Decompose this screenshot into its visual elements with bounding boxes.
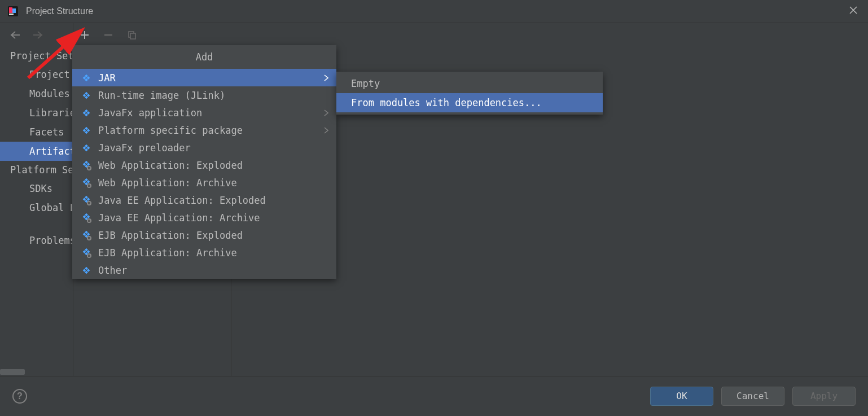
svg-rect-58 (83, 250, 86, 253)
copy-icon[interactable] (126, 29, 138, 41)
svg-rect-52 (83, 233, 86, 236)
svg-rect-44 (85, 213, 88, 216)
popup-item-javafx-application[interactable]: JavaFx application (72, 104, 336, 121)
svg-rect-61 (88, 255, 90, 257)
artifact-type-icon (80, 229, 93, 242)
svg-rect-38 (85, 195, 88, 199)
svg-rect-13 (85, 95, 88, 99)
svg-rect-65 (85, 270, 88, 274)
sidebar-item-artifacts[interactable]: Artifacts (0, 142, 73, 161)
svg-rect-46 (83, 215, 86, 218)
popup-item-label: Run-time image (JLink) (98, 90, 225, 101)
artifact-type-icon (80, 159, 93, 172)
svg-rect-18 (85, 126, 88, 130)
submenu-item-from-modules-with-dependencies-[interactable]: From modules with dependencies... (336, 93, 603, 112)
artifact-type-icon (80, 212, 93, 224)
add-icon[interactable] (79, 29, 90, 41)
close-icon[interactable] (849, 6, 858, 15)
sidebar-item-modules[interactable]: Modules (0, 84, 73, 103)
submenu-item-label: From modules with dependencies... (351, 97, 542, 108)
svg-rect-3 (9, 14, 14, 15)
svg-rect-15 (87, 111, 90, 115)
svg-rect-7 (87, 76, 90, 80)
artifact-type-icon (80, 142, 93, 154)
popup-item-label: Java EE Application: Exploded (98, 195, 266, 206)
artifact-type-icon (80, 107, 93, 119)
popup-item-label: JavaFx application (98, 107, 202, 119)
remove-icon[interactable] (103, 29, 114, 41)
svg-rect-11 (87, 94, 90, 97)
sidebar-item-facets[interactable]: Facets (0, 122, 73, 142)
sidebar-item-sdks[interactable]: SDKs (0, 179, 73, 198)
popup-item-jar[interactable]: JAR (72, 69, 336, 86)
svg-rect-19 (87, 129, 90, 132)
svg-rect-40 (83, 198, 86, 201)
svg-rect-2 (12, 8, 16, 13)
popup-title: Add (72, 45, 336, 69)
svg-rect-9 (85, 78, 88, 81)
svg-rect-39 (87, 198, 90, 201)
popup-item-ejb-application-exploded[interactable]: EJB Application: Exploded (72, 226, 336, 244)
forward-icon[interactable] (33, 29, 43, 42)
footer: ? OK Cancel Apply (0, 376, 868, 415)
popup-item-web-application-archive[interactable]: Web Application: Archive (72, 174, 336, 191)
popup-item-other[interactable]: Other (72, 261, 336, 279)
svg-rect-51 (87, 233, 90, 236)
sidebar-item-global-libraries[interactable]: Global Libraries (0, 198, 73, 217)
svg-rect-62 (85, 266, 88, 270)
popup-item-javafx-preloader[interactable]: JavaFx preloader (72, 139, 336, 156)
popup-item-platform-specific-package[interactable]: Platform specific package (72, 121, 336, 139)
sidebar-item-libraries[interactable]: Libraries (0, 103, 73, 122)
sidebar-section-platform-settings: Platform Settings (0, 161, 73, 179)
sidebar-section-project-settings: Project Settings (0, 47, 73, 65)
chevron-right-icon (324, 107, 328, 119)
sidebar-item-project[interactable]: Project (0, 65, 73, 84)
popup-item-java-ee-application-archive[interactable]: Java EE Application: Archive (72, 209, 336, 226)
sidebar: Project Settings Project Modules Librari… (0, 23, 73, 376)
jar-submenu: EmptyFrom modules with dependencies... (336, 72, 603, 115)
submenu-item-empty[interactable]: Empty (336, 74, 603, 93)
svg-rect-12 (83, 94, 86, 97)
svg-rect-8 (83, 76, 86, 80)
svg-rect-6 (85, 74, 88, 77)
svg-rect-55 (88, 237, 90, 239)
svg-rect-14 (85, 109, 88, 112)
popup-item-label: EJB Application: Archive (98, 247, 237, 259)
chevron-right-icon (324, 72, 328, 84)
cancel-button[interactable]: Cancel (721, 387, 784, 406)
svg-rect-5 (130, 33, 135, 39)
svg-rect-64 (83, 269, 86, 272)
artifact-type-icon (80, 89, 93, 102)
svg-rect-63 (87, 269, 90, 272)
popup-item-label: JAR (98, 72, 116, 84)
popup-item-web-application-exploded[interactable]: Web Application: Exploded (72, 156, 336, 174)
popup-item-java-ee-application-exploded[interactable]: Java EE Application: Exploded (72, 191, 336, 209)
ok-button[interactable]: OK (650, 387, 713, 406)
add-artifact-popup: Add JARRun-time image (JLink)JavaFx appl… (72, 45, 336, 279)
popup-item-label: Other (98, 265, 127, 276)
sidebar-scrollbar[interactable] (0, 368, 73, 376)
back-icon[interactable] (10, 29, 20, 42)
popup-item-ejb-application-archive[interactable]: EJB Application: Archive (72, 244, 336, 261)
popup-item-label: Web Application: Archive (98, 177, 237, 189)
nav-history (0, 23, 73, 47)
sidebar-scrollbar-thumb[interactable] (0, 369, 25, 375)
sidebar-item-problems[interactable]: Problems (0, 231, 73, 250)
svg-rect-26 (85, 160, 88, 164)
svg-rect-57 (87, 250, 90, 253)
svg-rect-56 (85, 248, 88, 251)
svg-rect-28 (83, 163, 86, 166)
svg-rect-21 (85, 130, 88, 134)
svg-rect-17 (85, 113, 88, 116)
svg-rect-24 (83, 146, 86, 150)
popup-item-label: Java EE Application: Archive (98, 212, 260, 224)
popup-item-run-time-image-jlink-[interactable]: Run-time image (JLink) (72, 86, 336, 104)
help-icon[interactable]: ? (12, 389, 27, 404)
artifact-type-icon (80, 124, 93, 137)
svg-rect-31 (88, 167, 90, 169)
popup-item-label: Platform specific package (98, 125, 243, 136)
artifact-type-icon (80, 247, 93, 259)
apply-button[interactable]: Apply (792, 387, 856, 406)
svg-rect-1 (9, 7, 12, 13)
svg-rect-45 (87, 215, 90, 218)
